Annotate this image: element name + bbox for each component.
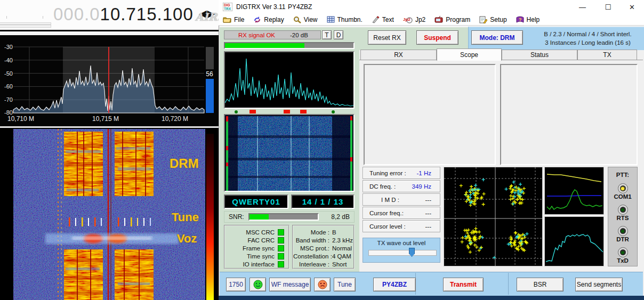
- t-button[interactable]: T: [322, 30, 332, 39]
- level-bar-top: [206, 47, 214, 69]
- red-marker: [249, 110, 256, 113]
- green-marker: [235, 110, 238, 113]
- divider: [508, 273, 509, 295]
- drm-params-panel: Mode :B Band width :2.3 kHz MSC prot.:No…: [292, 225, 355, 269]
- scope-panel-right: [500, 64, 638, 165]
- help-book-icon: ?: [516, 16, 524, 23]
- tab-status[interactable]: Status: [502, 50, 577, 60]
- window-title: DIGTRX Ver 3.11: [236, 3, 285, 11]
- mode-info-line2: 3 Instances / Long leadin (16 s): [545, 38, 630, 47]
- folder-icon: [223, 16, 231, 23]
- divider: [0, 25, 51, 25]
- tx-wave-slider-track[interactable]: [368, 250, 437, 256]
- sad-face-button[interactable]: [314, 278, 331, 291]
- happy-face-button[interactable]: [249, 278, 266, 291]
- dtr-led: [618, 226, 628, 236]
- cursor-level-box: Cursor level :---: [363, 220, 440, 232]
- levels-graph-panel: [544, 167, 604, 215]
- svg-text:TRX: TRX: [224, 7, 231, 11]
- flag-frame-sync: Frame sync: [225, 244, 288, 252]
- magnifier-icon: [293, 16, 301, 23]
- menu-jp2[interactable]: Jp2 Jp2: [403, 16, 425, 23]
- filter-shape-graph: [545, 217, 603, 266]
- setup-icon: [479, 16, 487, 23]
- collapsed-panel-handle[interactable]: [0, 22, 51, 28]
- snr-label: SNR:: [229, 213, 244, 221]
- send-segments-button[interactable]: Send segments: [575, 278, 623, 291]
- waterfall-palette-bar: [206, 134, 214, 300]
- window-bottom-border: [219, 296, 644, 300]
- constellation-panel: [444, 167, 543, 266]
- menu-setup[interactable]: Setup: [479, 16, 506, 23]
- tune-button[interactable]: Tune: [334, 278, 356, 291]
- rx-signal-bar: RX signal OK -20 dB: [224, 30, 321, 39]
- ptt-label: PTT:: [608, 172, 637, 178]
- sad-face-icon: [318, 280, 327, 289]
- sdr-spectrum-panel[interactable]: -30 -40 -50 -60 -70 -80 56 10,710 M 10,7…: [0, 35, 219, 126]
- mode-drm-button[interactable]: Mode: DRM: [471, 30, 523, 45]
- waterfall-label-tune: Tune: [172, 210, 199, 224]
- ptt-panel: PTT: COM1 RTS DTR TxD: [608, 167, 638, 266]
- transmit-button[interactable]: Transmit: [443, 278, 484, 291]
- maximize-button[interactable]: ☐: [596, 0, 620, 14]
- menu-view[interactable]: View: [293, 16, 318, 23]
- green-marker: [332, 110, 335, 113]
- mode-info-line1: B / 2.3 / Normal / 4 / Short interl.: [544, 30, 631, 38]
- close-button[interactable]: ✕: [620, 0, 644, 14]
- sdr-waterfall-panel[interactable]: DRM Tune Voz: [0, 126, 219, 300]
- waterfall-left-scale: [226, 116, 228, 191]
- filter-shape-panel: [544, 216, 604, 266]
- snr-fill: [249, 214, 269, 220]
- date-box: 14 / 1 / 13: [291, 194, 355, 209]
- menu-file[interactable]: File: [223, 16, 244, 23]
- thumbnails-icon: [327, 16, 335, 23]
- menu-help[interactable]: ? Help: [516, 16, 540, 23]
- tx-wave-out-panel: TX wave out level: [363, 238, 440, 263]
- tab-scope[interactable]: Scope: [437, 48, 502, 61]
- red-marker: [300, 110, 307, 113]
- dtr-label: DTR: [608, 236, 637, 242]
- waterfall-right-scale: [350, 116, 352, 191]
- menu-thumbn[interactable]: Thumbn.: [327, 16, 363, 23]
- digtrx-waterfall[interactable]: [224, 114, 355, 192]
- svg-text:Jp2: Jp2: [403, 17, 410, 22]
- cursor-freq-box: Cursor freq.:---: [363, 207, 440, 219]
- tv-icon: [434, 16, 443, 23]
- app-icon: DIG TRX: [223, 3, 232, 11]
- x-tick: 10,720 M: [162, 115, 188, 123]
- wf-message-button[interactable]: WF message: [269, 278, 311, 291]
- bsr-button[interactable]: BSR: [517, 278, 564, 291]
- menu-replay[interactable]: Replay: [253, 16, 284, 23]
- tab-tx[interactable]: TX: [577, 50, 637, 60]
- rx-level-fill: [225, 43, 304, 48]
- digtrx-spectrum[interactable]: [224, 51, 355, 109]
- menu-program[interactable]: Program: [434, 16, 470, 23]
- com1-led: [618, 183, 628, 193]
- mode-info: B / 2.3 / Normal / 4 / Short interl. 3 I…: [533, 28, 642, 48]
- flag-fac-crc: FAC CRC: [225, 236, 288, 244]
- green-status-square: [278, 245, 284, 252]
- level-bar-value: [206, 79, 214, 113]
- suspend-button[interactable]: Suspend: [416, 30, 458, 45]
- tick: [43, 16, 43, 19]
- title-bar[interactable]: DIG TRX DIGTRX Ver 3.11 PY4ZBZ — ☐ ✕: [219, 0, 644, 14]
- menu-text[interactable]: Text: [372, 16, 394, 23]
- window-callsign: PY4ZBZ: [288, 3, 312, 11]
- frequency-display[interactable]: 000.010.715.100 ◀▶: [53, 4, 215, 25]
- red-marker: [284, 110, 290, 113]
- txd-led: [618, 247, 628, 257]
- rx-signal-level: -20 dB: [290, 32, 308, 38]
- screen: 000.010.715.100 ◀▶ AIRS -30 -40 -50 -60 …: [0, 0, 644, 300]
- reset-rx-button[interactable]: Reset RX: [368, 30, 406, 45]
- snr-value: 8,2 dB: [331, 213, 350, 221]
- tone-1750-button[interactable]: 1750: [226, 278, 246, 291]
- frequency-leading-zeros: 000.0: [53, 4, 100, 24]
- callsign-button[interactable]: PY4ZBZ: [373, 278, 416, 291]
- rts-led: [618, 205, 628, 215]
- level-readout: 56: [205, 70, 214, 78]
- minimize-button[interactable]: —: [570, 0, 594, 14]
- d-button[interactable]: D: [334, 30, 343, 39]
- station-id: QWERTY01: [232, 197, 280, 206]
- snr-row: SNR: 8,2 dB: [224, 211, 355, 223]
- tab-rx[interactable]: RX: [360, 50, 437, 60]
